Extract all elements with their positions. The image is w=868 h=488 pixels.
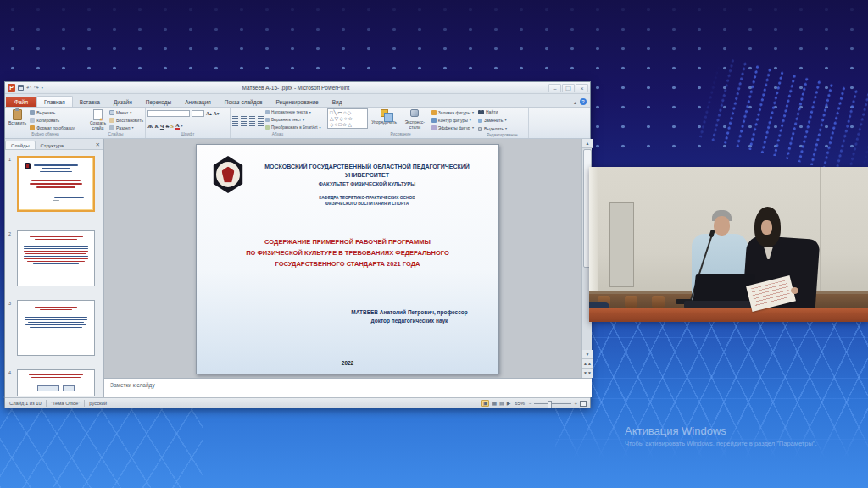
shape-effects-button[interactable]: Эффекты фигур▾ (431, 125, 474, 131)
indent-increase-icon[interactable] (258, 114, 264, 119)
slide-number: 3 (8, 301, 11, 306)
close-panel-icon[interactable]: ✕ (96, 141, 103, 149)
shrink-font-button[interactable]: A▾ (214, 110, 220, 117)
save-icon[interactable] (18, 85, 24, 91)
undo-icon[interactable]: ↶ (26, 85, 31, 91)
shapes-gallery[interactable]: □╲▭○◇ △▽◇○☆ ◇○□☆△ (327, 108, 368, 129)
theme-name[interactable]: "Тема Office" (47, 401, 84, 406)
tab-review[interactable]: Рецензирование (270, 97, 326, 107)
zoom-in-icon[interactable]: + (574, 401, 577, 406)
font-size-combobox[interactable] (192, 110, 204, 117)
smartart-caret-icon: ▾ (320, 125, 321, 131)
title-bar[interactable]: P ↶ ↷ ▾ Матвеев А-15- .pptx - Microsoft … (5, 82, 590, 94)
align-text-button[interactable]: Выровнять текст▾ (265, 117, 321, 124)
layout-label: Макет (116, 109, 128, 116)
tab-animations[interactable]: Анимация (178, 97, 218, 107)
grow-font-button[interactable]: A▴ (206, 110, 212, 117)
slide-thumbnail-1[interactable] (17, 156, 95, 212)
help-icon[interactable]: ? (580, 98, 587, 105)
slideshow-view-icon[interactable]: ▶ (507, 401, 511, 406)
next-slide-icon[interactable]: ▼▼ (582, 369, 593, 378)
copy-button[interactable]: Копировать (30, 117, 75, 124)
align-text-caret-icon: ▾ (303, 117, 304, 124)
layout-button[interactable]: Макет▾ (109, 109, 143, 116)
status-bar: Слайд 1 из 10 "Тема Office" русский ▣ ▦ … (5, 397, 590, 408)
text-direction-button[interactable]: Направление текста▾ (265, 109, 321, 116)
font-color-button[interactable]: А (175, 122, 180, 130)
quick-styles-button[interactable]: Экспресс-стили (400, 108, 430, 131)
notes-pane[interactable]: Заметки к слайду (104, 378, 592, 397)
format-painter-button[interactable]: Формат по образцу (30, 125, 75, 131)
group-clipboard-label: Буфер обмена (7, 131, 84, 138)
scroll-up-icon[interactable]: ▲ (582, 139, 593, 148)
tab-slides-thumbnails[interactable]: Слайды (5, 141, 36, 149)
redo-icon[interactable]: ↷ (34, 85, 39, 91)
new-slide-button[interactable]: Создать слайд (88, 108, 108, 131)
smartart-button[interactable]: Преобразовать в SmartArt▾ (265, 125, 321, 131)
reset-icon (109, 118, 114, 123)
section-button[interactable]: Раздел▾ (109, 125, 143, 131)
author-line-2: доктор педагогических наук (334, 317, 485, 325)
slide-thumbnail-1-wrap: 1 (17, 156, 95, 212)
underline-button[interactable]: Ч (160, 123, 164, 130)
tab-file[interactable]: Файл (6, 97, 36, 107)
restore-button[interactable]: ❐ (562, 84, 575, 92)
slide-editing-area[interactable]: МОСКОВСКИЙ ГОСУДАРСТВЕННЫЙ ОБЛАСТНОЙ ПЕД… (104, 139, 581, 378)
slide-thumbnail-4[interactable] (17, 369, 95, 396)
language-indicator[interactable]: русский (85, 401, 111, 406)
bold-button[interactable]: Ж (147, 123, 153, 130)
minimize-button[interactable]: – (548, 84, 561, 92)
font-color-caret-icon[interactable]: ▾ (181, 124, 183, 128)
select-button[interactable]: Выделить▾ (478, 125, 526, 132)
numbering-icon[interactable] (241, 114, 247, 119)
shadow-button[interactable]: S (170, 123, 174, 130)
cut-button[interactable]: Вырезать (30, 109, 75, 116)
zoom-slider[interactable] (534, 403, 571, 404)
tab-home[interactable]: Главная (36, 96, 73, 107)
chair-post (652, 296, 665, 308)
replace-button[interactable]: Заменить▾ (478, 117, 526, 124)
slide-sorter-view-icon[interactable]: ▦ (492, 401, 497, 406)
italic-button[interactable]: К (154, 123, 158, 130)
normal-view-icon[interactable]: ▣ (481, 400, 490, 407)
drawing-minicol: Заливка фигуры▾ Контур фигуры▾ Эффекты ф… (431, 108, 474, 131)
previous-slide-icon[interactable]: ▲▲ (582, 359, 593, 369)
align-right-icon[interactable] (249, 121, 255, 126)
shape-fill-button[interactable]: Заливка фигуры▾ (431, 109, 474, 116)
shape-outline-button[interactable]: Контур фигуры▾ (431, 117, 474, 124)
tab-transitions[interactable]: Переходы (139, 97, 179, 107)
windows-activation-watermark: Активация Windows Чтобы активировать Win… (625, 424, 817, 447)
indent-decrease-icon[interactable] (249, 114, 255, 119)
tab-view[interactable]: Вид (326, 97, 349, 107)
slide-title-line-2: ПО ФИЗИЧЕСКОЙ КУЛЬТУРЕ В ТРЕБОВАНИЯХ ФЕД… (212, 247, 483, 258)
tab-insert[interactable]: Вставка (73, 97, 107, 107)
fit-to-window-icon[interactable] (580, 401, 587, 407)
slide-thumbnail-3[interactable] (17, 300, 95, 356)
ribbon-tab-strip: Файл Главная Вставка Дизайн Переходы Ани… (5, 94, 590, 108)
align-left-icon[interactable] (232, 121, 238, 126)
tab-outline[interactable]: Структура (36, 141, 70, 149)
slide-thumbnail-3-wrap: 3 (17, 300, 95, 356)
tab-slideshow[interactable]: Показ слайдов (218, 97, 270, 107)
slide-thumbnail-2[interactable] (17, 230, 95, 286)
bullets-icon[interactable] (232, 114, 238, 119)
font-name-combobox[interactable] (147, 110, 190, 117)
arrange-button[interactable]: Упорядочить (370, 108, 398, 131)
slide-canvas[interactable]: МОСКОВСКИЙ ГОСУДАРСТВЕННЫЙ ОБЛАСТНОЙ ПЕД… (196, 144, 499, 374)
find-button[interactable]: Найти (478, 108, 526, 115)
tab-design[interactable]: Дизайн (107, 97, 139, 107)
strikethrough-button[interactable]: S (166, 123, 170, 130)
paste-button[interactable]: Вставить (7, 108, 28, 131)
reset-button[interactable]: Восстановить (109, 117, 143, 124)
justify-icon[interactable] (258, 121, 264, 126)
zoom-out-icon[interactable]: − (529, 401, 532, 406)
align-center-icon[interactable] (241, 121, 247, 126)
close-button[interactable]: × (576, 84, 588, 92)
new-slide-icon (93, 109, 103, 120)
ribbon-collapse-icon[interactable]: ▴ (574, 99, 576, 105)
university-logo (211, 156, 245, 193)
slide-title-line-3: ГОСУДАРСТВЕННОГО СТАНДАРТА 2021 ГОДА (212, 258, 483, 269)
reading-view-icon[interactable]: ▤ (499, 401, 504, 406)
author-line-1: МАТВЕЕВ Анатолий Петрович, профессор (334, 308, 485, 317)
scroll-down-icon[interactable]: ▼ (582, 350, 593, 359)
